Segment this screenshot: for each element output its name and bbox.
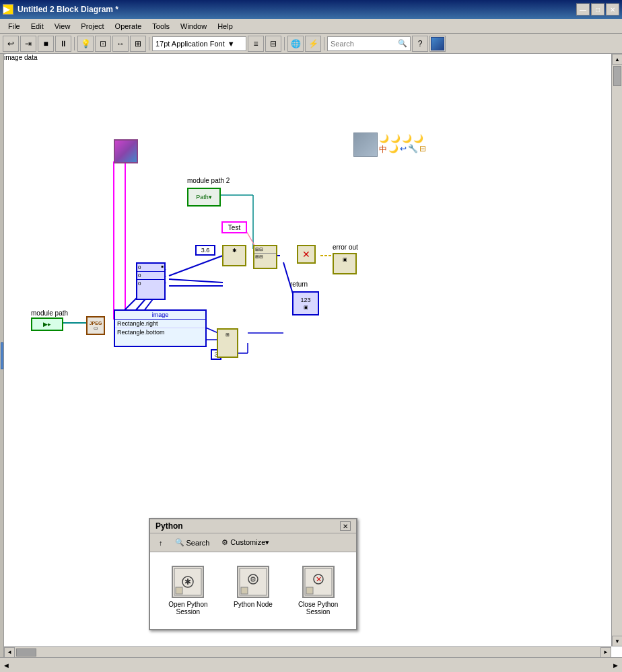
palette-search-button[interactable]: 🔍 Search bbox=[170, 536, 215, 549]
window-controls: — □ ✕ bbox=[576, 3, 619, 15]
error-out-node[interactable]: ▣ bbox=[333, 253, 357, 274]
toolbar-custom3[interactable]: ⊞ bbox=[130, 36, 146, 52]
module-path-2-node[interactable]: Path▾ bbox=[187, 188, 221, 207]
sep3 bbox=[284, 37, 285, 50]
search-box[interactable]: 🔍 bbox=[327, 36, 411, 51]
image-data-node[interactable] bbox=[114, 139, 138, 163]
search-input[interactable] bbox=[331, 40, 398, 48]
toolbar-context[interactable] bbox=[429, 36, 446, 52]
scrollbar-vertical[interactable]: ▲ ▼ bbox=[611, 54, 622, 646]
toolbar-custom1[interactable]: ⊡ bbox=[95, 36, 111, 52]
svg-rect-30 bbox=[241, 587, 248, 594]
canvas[interactable]: image data module path 2 Path▾ Test 3.6 … bbox=[4, 54, 622, 657]
svg-rect-34 bbox=[306, 587, 313, 594]
svg-text:⚙: ⚙ bbox=[250, 575, 256, 583]
toolbar-extra2[interactable]: ⚡ bbox=[305, 36, 321, 52]
palette-up-button[interactable]: ↑ bbox=[154, 537, 168, 549]
toolbar-pause[interactable]: ⏸ bbox=[55, 36, 71, 52]
scroll-right-button[interactable]: ► bbox=[600, 647, 611, 658]
python-node-item[interactable]: ⚙ Python Node bbox=[226, 563, 280, 618]
toolbar-align[interactable]: ≡ bbox=[248, 36, 264, 52]
operation-cluster[interactable]: ⊞⊟ ⊞⊟ bbox=[253, 245, 277, 269]
python-palette: Python ✕ ↑ 🔍 Search ⚙ Customize▾ bbox=[149, 518, 357, 630]
toolbar-custom2[interactable]: ↔ bbox=[112, 36, 129, 52]
search-icon-palette: 🔍 bbox=[175, 538, 184, 547]
sep1 bbox=[74, 37, 75, 50]
status-left-arrow[interactable]: ◄ bbox=[3, 661, 10, 669]
python-node-label: Python Node bbox=[234, 601, 273, 608]
error-node[interactable]: ✕ bbox=[297, 245, 316, 264]
svg-text:✱: ✱ bbox=[184, 577, 191, 587]
scroll-thumb-h bbox=[16, 648, 36, 657]
app-icon: ▶ bbox=[3, 4, 13, 15]
bundle-node[interactable]: ⊞ bbox=[217, 328, 238, 358]
scroll-up-button[interactable]: ▲ bbox=[612, 54, 622, 65]
value-3-6-node[interactable]: 3.6 bbox=[195, 245, 215, 256]
return-node[interactable]: 123▣ bbox=[292, 291, 319, 315]
close-python-item[interactable]: ✕ Close PythonSession bbox=[291, 563, 345, 618]
status-right-arrow[interactable]: ► bbox=[612, 661, 619, 669]
open-python-icon: ✱ bbox=[172, 566, 204, 598]
svg-line-2 bbox=[169, 256, 223, 276]
font-dropdown[interactable]: 17pt Application Font ▼ bbox=[152, 36, 246, 51]
menu-project[interactable]: Project bbox=[75, 21, 109, 32]
menu-view[interactable]: View bbox=[49, 21, 76, 32]
status-bar: ◄ ► bbox=[0, 657, 622, 672]
menu-help[interactable]: Help bbox=[212, 21, 238, 32]
toolbar-run[interactable]: ⇥ bbox=[20, 36, 36, 52]
sep2 bbox=[149, 37, 149, 50]
customize-icon: ⚙ bbox=[221, 538, 228, 547]
module-path-2-label: module path 2 bbox=[187, 177, 230, 184]
minimize-button[interactable]: — bbox=[576, 3, 590, 15]
close-python-icon: ✕ bbox=[302, 566, 335, 598]
main-area: image data module path 2 Path▾ Test 3.6 … bbox=[0, 54, 622, 657]
return-label: return bbox=[290, 281, 308, 288]
toolbar-extra1[interactable]: 🌐 bbox=[287, 36, 304, 52]
menu-file[interactable]: File bbox=[3, 21, 26, 32]
scrollbar-horizontal[interactable]: ◄ ► bbox=[4, 646, 611, 657]
sep4 bbox=[324, 37, 324, 50]
palette-close-button[interactable]: ✕ bbox=[340, 521, 351, 531]
palette-toolbar: ↑ 🔍 Search ⚙ Customize▾ bbox=[150, 533, 356, 552]
menu-edit[interactable]: Edit bbox=[26, 21, 49, 32]
menu-bar: File Edit View Project Operate Tools Win… bbox=[0, 19, 622, 34]
jpeg-node[interactable]: JPEG ▭ bbox=[86, 316, 105, 335]
scroll-down-button[interactable]: ▼ bbox=[612, 636, 622, 646]
close-python-label: Close PythonSession bbox=[298, 601, 338, 615]
test-node[interactable]: Test bbox=[221, 221, 247, 233]
menu-window[interactable]: Window bbox=[175, 21, 212, 32]
palette-content: ✱ Open PythonSession ⚙ bbox=[150, 552, 356, 629]
search-icon[interactable]: 🔍 bbox=[398, 39, 407, 48]
palette-title: Python bbox=[156, 521, 183, 531]
close-button[interactable]: ✕ bbox=[606, 3, 619, 15]
menu-tools[interactable]: Tools bbox=[147, 21, 175, 32]
top-right-cluster: 🌙 🌙 🌙 🌙 中 🌙 ↩ 🔧 ⊟ bbox=[353, 133, 426, 157]
toolbar-help[interactable]: ? bbox=[412, 36, 428, 52]
multiply-node[interactable]: ✱ bbox=[222, 245, 246, 266]
module-path-label: module path bbox=[31, 309, 68, 317]
svg-line-3 bbox=[169, 279, 223, 283]
toolbar-stop[interactable]: ■ bbox=[38, 36, 54, 52]
title-bar: ▶ Untitled 2 Block Diagram * — □ ✕ bbox=[0, 0, 622, 19]
toolbar-light[interactable]: 💡 bbox=[77, 36, 94, 52]
palette-header: Python ✕ bbox=[150, 519, 356, 533]
image-cluster[interactable]: image Rectangle.right Rectangle.bottom bbox=[114, 309, 207, 347]
svg-rect-26 bbox=[176, 587, 182, 594]
left-cluster-node[interactable]: 0■ 0 0 bbox=[136, 262, 166, 300]
scroll-left-button[interactable]: ◄ bbox=[4, 647, 15, 658]
toolbar: ↩ ⇥ ■ ⏸ 💡 ⊡ ↔ ⊞ 17pt Application Font ▼ … bbox=[0, 34, 622, 54]
toolbar-distribute[interactable]: ⊟ bbox=[265, 36, 281, 52]
menu-operate[interactable]: Operate bbox=[110, 21, 147, 32]
open-python-item[interactable]: ✱ Open PythonSession bbox=[161, 563, 215, 618]
image-data-label: image data bbox=[4, 54, 37, 61]
window-title: Untitled 2 Block Diagram * bbox=[18, 5, 118, 14]
toolbar-run-arrow[interactable]: ↩ bbox=[3, 36, 19, 52]
module-path-node[interactable]: ▶▸ bbox=[31, 318, 63, 331]
svg-text:✕: ✕ bbox=[315, 575, 321, 583]
open-python-label: Open PythonSession bbox=[168, 601, 207, 615]
python-node-icon: ⚙ bbox=[237, 566, 269, 598]
palette-customize-button[interactable]: ⚙ Customize▾ bbox=[217, 536, 274, 549]
maximize-button[interactable]: □ bbox=[591, 3, 604, 15]
error-out-label: error out bbox=[333, 244, 358, 251]
